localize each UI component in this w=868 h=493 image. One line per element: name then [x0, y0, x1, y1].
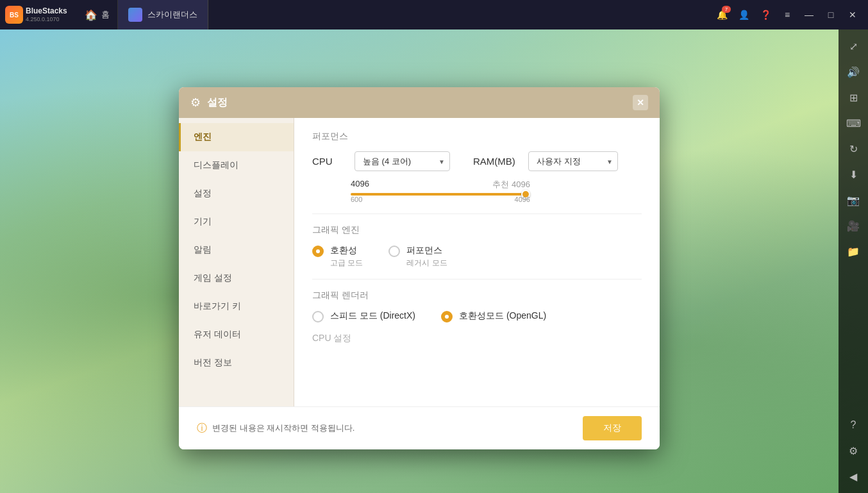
ram-max-label: 4096 — [515, 196, 530, 203]
camera-rotate-button[interactable]: ↻ — [842, 137, 865, 160]
dialog-body: 엔진 디스플레이 설정 기기 알림 게임 설정 바로가기 키 — [179, 118, 660, 406]
perf-row: CPU 낮음 (1 코어) 중간 (2 코어) 높음 (4 코어) 매우 높음 … — [312, 151, 642, 171]
nav-item-version-info[interactable]: 버전 정보 — [179, 349, 294, 377]
radio-compatibility-outer — [312, 246, 324, 257]
radio-speed-label: 스피드 모드 (DirectX) — [330, 310, 415, 322]
ram-select[interactable]: 사용자 지정 1024 2048 4096 — [528, 151, 618, 171]
radio-compat-mode[interactable]: 호환성모드 (OpenGL) — [441, 310, 546, 322]
game-tab[interactable]: 스카이랜더스 — [118, 0, 208, 29]
titlebar-controls: 🔔 7 👤 ❓ ≡ — □ ✕ — [712, 4, 868, 25]
maximize-button[interactable]: □ — [821, 4, 841, 25]
cpu-select[interactable]: 낮음 (1 코어) 중간 (2 코어) 높음 (4 코어) 매우 높음 (8 코… — [355, 151, 450, 171]
dialog-content: 퍼포먼스 CPU 낮음 (1 코어) 중간 (2 코어) 높음 (4 코어) 매… — [294, 118, 660, 406]
right-sidebar: ⤢ 🔊 ⊞ ⌨ ↻ ⬇ 📷 🎥 📁 ? ⚙ ◀ — [839, 29, 868, 493]
settings-dialog: ⚙ 설정 ✕ 엔진 디스플레이 설정 기기 — [179, 87, 660, 449]
close-window-button[interactable]: ✕ — [842, 4, 863, 25]
help-button[interactable]: ❓ — [755, 4, 776, 25]
cpu-setting-partial-title: CPU 설정 — [312, 333, 642, 344]
graphics-engine-title: 그래픽 엔진 — [312, 224, 642, 236]
ram-section: 4096 추천 4096 600 4096 — [351, 179, 642, 203]
nav-item-game-settings[interactable]: 게임 설정 — [179, 264, 294, 292]
modal-overlay: ⚙ 설정 ✕ 엔진 디스플레이 설정 기기 — [0, 29, 839, 493]
dialog-title: 설정 — [207, 96, 228, 110]
home-tab[interactable]: 🏠 홈 — [77, 0, 118, 29]
graphics-renderer-group: 스피드 모드 (DirectX) 호환성모드 (OpenGL) — [312, 310, 642, 322]
menu-button[interactable]: ≡ — [777, 4, 797, 25]
radio-performance-label: 퍼포먼스 — [406, 245, 447, 256]
radio-performance-sublabel: 레거시 모드 — [406, 258, 447, 269]
app-name: BlueStacks — [26, 6, 67, 15]
footer-warning-area: ⓘ 변경된 내용은 재시작하면 적용됩니다. — [197, 422, 355, 435]
app-logo: BS — [5, 6, 23, 24]
game-tab-icon — [128, 8, 142, 22]
question-button[interactable]: ? — [842, 414, 865, 437]
radio-compatibility-inner — [316, 249, 320, 253]
radio-compatibility-sublabel: 고급 모드 — [330, 258, 363, 269]
radio-speed-text: 스피드 모드 (DirectX) — [330, 310, 415, 322]
ram-slider[interactable] — [351, 193, 530, 196]
video-button[interactable]: 🎥 — [842, 214, 865, 237]
graphics-renderer-title: 그래픽 렌더러 — [312, 290, 642, 301]
dialog-nav: 엔진 디스플레이 설정 기기 알림 게임 설정 바로가기 키 — [179, 118, 294, 406]
nav-item-device[interactable]: 기기 — [179, 208, 294, 236]
graphics-engine-group: 호환성 고급 모드 퍼포먼스 레거시 모드 — [312, 245, 642, 269]
profile-button[interactable]: 👤 — [733, 4, 754, 25]
nav-item-display[interactable]: 디스플레이 — [179, 151, 294, 180]
ram-current-value: 4096 — [351, 179, 369, 190]
dialog-close-button[interactable]: ✕ — [633, 95, 648, 110]
dialog-footer: ⓘ 변경된 내용은 재시작하면 적용됩니다. 저장 — [179, 406, 660, 449]
home-icon: 🏠 — [85, 9, 97, 21]
app-version: 4.250.0.1070 — [26, 16, 67, 23]
dialog-header: ⚙ 설정 ✕ — [179, 87, 660, 118]
nav-item-notifications[interactable]: 알림 — [179, 236, 294, 264]
radio-compatibility[interactable]: 호환성 고급 모드 — [312, 245, 363, 269]
radio-performance[interactable]: 퍼포먼스 레거시 모드 — [388, 245, 447, 269]
ram-label: RAM(MB) — [473, 156, 518, 167]
radio-performance-text: 퍼포먼스 레거시 모드 — [406, 245, 447, 269]
minimize-button[interactable]: — — [799, 4, 819, 25]
notification-badge: 7 — [722, 6, 731, 13]
home-tab-label: 홈 — [101, 9, 110, 21]
fullscreen-button[interactable]: ⤢ — [842, 35, 865, 58]
radio-compat-text: 호환성모드 (OpenGL) — [459, 310, 546, 322]
keyboard-grid-button[interactable]: ⊞ — [842, 86, 865, 109]
ram-min-label: 600 — [351, 196, 362, 203]
radio-speed-outer — [312, 311, 324, 322]
divider-2 — [312, 279, 642, 280]
screenshot-button[interactable]: 📷 — [842, 188, 865, 212]
radio-speed-mode[interactable]: 스피드 모드 (DirectX) — [312, 310, 415, 322]
divider-1 — [312, 213, 642, 214]
ram-select-wrapper: 사용자 지정 1024 2048 4096 ▼ — [528, 151, 618, 171]
nav-item-settings[interactable]: 설정 — [179, 180, 294, 208]
keyboard-button[interactable]: ⌨ — [842, 112, 865, 135]
settings-gear-icon: ⚙ — [190, 96, 201, 110]
nav-item-user-data[interactable]: 유저 데이터 — [179, 321, 294, 349]
footer-warning-text: 변경된 내용은 재시작하면 적용됩니다. — [212, 422, 355, 434]
radio-compat-label: 호환성모드 (OpenGL) — [459, 310, 546, 322]
radio-compatibility-text: 호환성 고급 모드 — [330, 245, 363, 269]
cpu-label: CPU — [312, 156, 344, 167]
radio-compat-outer — [441, 311, 453, 322]
download-button[interactable]: ⬇ — [842, 163, 865, 186]
cpu-select-wrapper: 낮음 (1 코어) 중간 (2 코어) 높음 (4 코어) 매우 높음 (8 코… — [355, 151, 450, 171]
save-button[interactable]: 저장 — [583, 416, 642, 440]
game-tab-label: 스카이랜더스 — [147, 9, 197, 21]
ram-recommend-label: 추천 4096 — [492, 179, 530, 190]
notification-button[interactable]: 🔔 7 — [712, 4, 732, 25]
volume-button[interactable]: 🔊 — [842, 60, 865, 83]
nav-item-engine[interactable]: 엔진 — [179, 123, 294, 151]
radio-performance-outer — [388, 246, 400, 257]
folder-button[interactable]: 📁 — [842, 240, 865, 263]
radio-compat-inner — [445, 315, 449, 319]
nav-item-shortcuts[interactable]: 바로가기 키 — [179, 292, 294, 321]
app-logo-area: BS BlueStacks 4.250.0.1070 — [0, 6, 77, 24]
dialog-title-area: ⚙ 설정 — [190, 96, 228, 110]
performance-section-title: 퍼포먼스 — [312, 131, 642, 142]
radio-compatibility-label: 호환성 — [330, 245, 363, 256]
cpu-setting-partial-section: CPU 설정 — [312, 333, 642, 352]
back-button[interactable]: ◀ — [842, 465, 865, 488]
ram-value-row: 4096 추천 4096 — [351, 179, 530, 190]
settings-cog-button[interactable]: ⚙ — [842, 439, 865, 462]
logo-text: BS — [10, 12, 19, 19]
titlebar: BS BlueStacks 4.250.0.1070 🏠 홈 스카이랜더스 🔔 … — [0, 0, 868, 29]
